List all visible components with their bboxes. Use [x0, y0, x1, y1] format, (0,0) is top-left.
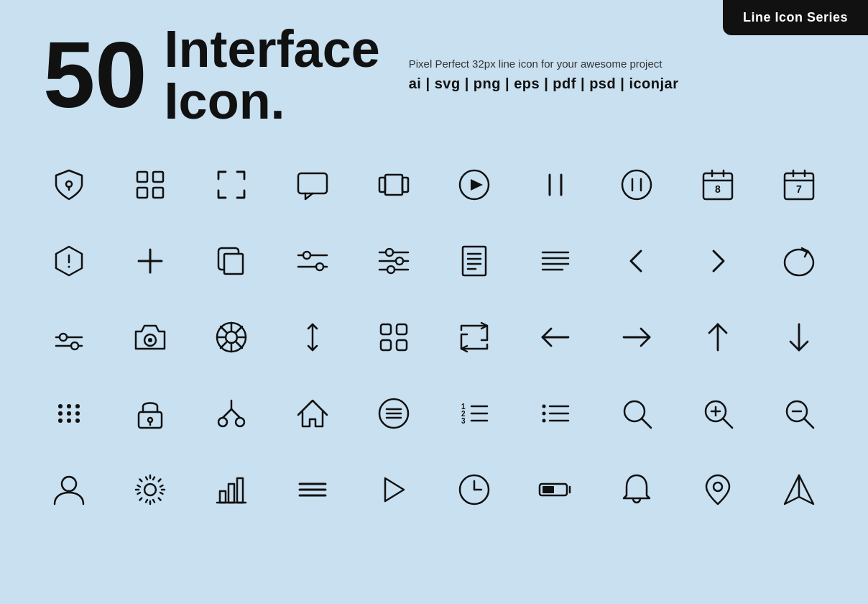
lock-icon	[114, 381, 186, 446]
calendar-8-icon: 8	[682, 152, 754, 217]
svg-line-64	[221, 326, 227, 333]
svg-rect-122	[220, 491, 226, 503]
shield-lock-icon	[33, 152, 105, 217]
navigation-icon	[763, 457, 835, 522]
svg-point-55	[71, 342, 78, 349]
svg-rect-4	[137, 188, 147, 198]
number-display: 50	[43, 28, 147, 122]
svg-rect-2	[137, 172, 147, 182]
svg-point-80	[58, 411, 63, 416]
svg-rect-134	[542, 486, 554, 493]
battery-icon	[520, 457, 591, 522]
pause-bars-icon	[520, 152, 591, 217]
search-icon	[601, 381, 673, 446]
svg-point-42	[387, 266, 394, 273]
expand-icon	[195, 152, 267, 217]
svg-point-105	[542, 412, 546, 416]
camera-icon	[114, 305, 186, 370]
play-circle-icon	[438, 152, 510, 217]
svg-line-66	[236, 326, 242, 333]
svg-line-65	[236, 342, 242, 348]
svg-point-40	[386, 249, 393, 256]
arrow-left-icon	[520, 305, 591, 370]
svg-point-120	[144, 484, 156, 495]
icon-row-2	[29, 224, 839, 298]
arrow-up-icon	[682, 305, 754, 370]
menu-icon	[277, 457, 348, 522]
svg-rect-8	[379, 178, 385, 192]
main-title: Interface Icon.	[165, 23, 380, 127]
sliders-multi-icon	[358, 229, 430, 293]
svg-point-90	[236, 418, 244, 426]
svg-rect-123	[228, 484, 234, 503]
search-minus-icon	[763, 381, 835, 446]
dots-grid-icon	[33, 381, 105, 446]
svg-line-117	[804, 418, 813, 428]
svg-text:8: 8	[715, 183, 721, 195]
icon-row-4: 1 2 3	[29, 377, 839, 450]
chevron-left-icon	[601, 229, 673, 293]
text-align-icon	[520, 229, 591, 293]
svg-line-92	[231, 409, 240, 418]
menu-circle-icon	[358, 381, 430, 446]
carousel-icon	[358, 152, 430, 217]
svg-point-104	[542, 405, 546, 408]
app-grid-icon	[358, 305, 430, 370]
icon-row-5	[29, 453, 839, 526]
dashboard-icon	[114, 152, 186, 217]
svg-point-41	[396, 257, 403, 265]
svg-line-111	[642, 418, 651, 428]
svg-point-14	[622, 170, 651, 199]
copy-icon	[195, 229, 267, 293]
film-reel-icon	[195, 305, 267, 370]
svg-point-78	[67, 404, 71, 408]
svg-point-81	[67, 411, 71, 416]
subtitle-text: Pixel Perfect 32px line icon for your aw…	[409, 58, 679, 70]
svg-line-67	[221, 342, 227, 348]
svg-rect-5	[153, 188, 163, 198]
svg-text:7: 7	[796, 183, 802, 195]
svg-point-119	[62, 477, 76, 491]
list-document-icon	[438, 229, 510, 293]
location-icon	[682, 457, 754, 522]
svg-point-135	[714, 482, 722, 491]
svg-rect-69	[381, 324, 391, 334]
sliders-h-icon	[277, 229, 348, 293]
svg-point-84	[67, 418, 71, 423]
play-icon	[358, 457, 430, 522]
svg-point-35	[303, 252, 310, 259]
home-icon	[277, 381, 348, 446]
pause-circle-icon	[601, 152, 673, 217]
title-line1: Interface	[165, 20, 380, 78]
bar-chart-icon	[195, 457, 267, 522]
icon-row-3	[29, 301, 839, 374]
arrow-down-icon	[763, 305, 835, 370]
svg-line-113	[723, 418, 732, 428]
svg-line-91	[223, 409, 231, 418]
user-icon	[33, 457, 105, 522]
svg-point-83	[58, 418, 63, 423]
sliders-v-icon	[33, 305, 105, 370]
calendar-7-icon: 7	[763, 152, 835, 217]
svg-point-85	[75, 418, 80, 423]
subtitle-block: Pixel Perfect 32px line icon for your aw…	[409, 58, 679, 92]
svg-point-79	[75, 404, 80, 408]
chevron-right-icon	[682, 229, 754, 293]
warning-hexagon-icon	[33, 229, 105, 293]
svg-point-36	[316, 263, 323, 270]
svg-rect-72	[397, 340, 407, 350]
numbered-list-icon: 1 2 3	[438, 381, 510, 446]
svg-rect-7	[385, 175, 402, 195]
svg-point-29	[68, 266, 70, 268]
arrow-right-icon	[601, 305, 673, 370]
svg-point-57	[148, 338, 152, 342]
svg-rect-43	[463, 247, 486, 275]
formats-text: ai | svg | png | eps | pdf | psd | iconj…	[409, 76, 679, 92]
clock-icon	[438, 457, 510, 522]
series-badge: Line Icon Series	[723, 0, 868, 35]
bell-icon	[601, 457, 673, 522]
settings-icon	[114, 457, 186, 522]
sort-icon	[277, 305, 348, 370]
svg-rect-70	[397, 324, 407, 334]
svg-marker-11	[471, 179, 483, 191]
